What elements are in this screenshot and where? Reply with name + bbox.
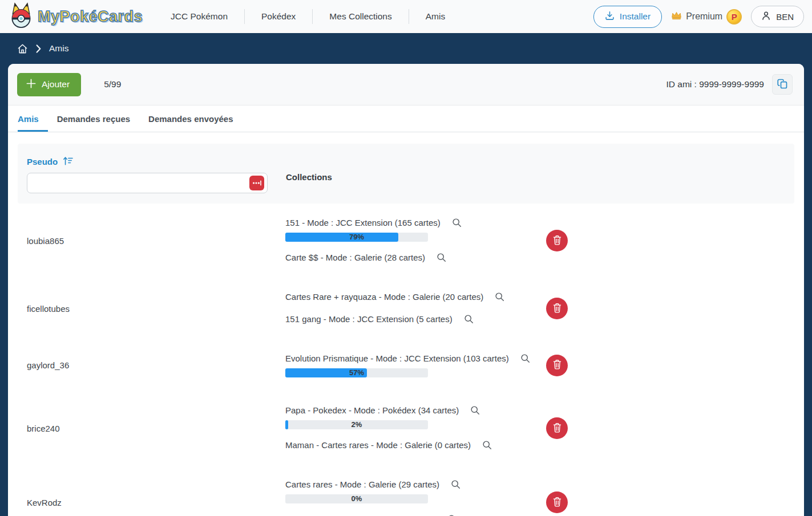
friend-id-group: ID ami : 9999-9999-9999 <box>666 74 793 95</box>
search-filter-button[interactable] <box>249 176 264 190</box>
tab-demandes-envoyees[interactable]: Demandes envoyées <box>148 105 242 132</box>
collection-item: Evolution Prismatique - Mode : JCC Exten… <box>285 353 539 377</box>
trash-icon <box>552 422 562 434</box>
search-icon[interactable] <box>482 440 492 452</box>
user-account-button[interactable]: BEN <box>751 6 804 27</box>
collection-line: 151 - Mode : JCC Extension (165 cartes) <box>285 217 539 229</box>
add-friend-label: Ajouter <box>42 79 70 90</box>
friends-counter: 5/99 <box>104 79 121 90</box>
friends-tabs: Amis Demandes reçues Demandes envoyées <box>8 105 804 132</box>
friends-page-card: Ajouter 5/99 ID ami : 9999-9999-9999 Ami… <box>8 64 804 516</box>
premium-coin-icon: P <box>726 9 742 25</box>
breadcrumb-current-page[interactable]: Amis <box>49 43 68 54</box>
progress-label: 57% <box>285 368 428 377</box>
user-label: BEN <box>776 12 794 22</box>
trash-icon <box>552 359 562 371</box>
friends-table: Pseudo <box>18 144 794 516</box>
collection-progress: 2% <box>285 420 428 429</box>
add-friend-button[interactable]: Ajouter <box>17 73 81 96</box>
sort-ascending-icon <box>63 156 73 167</box>
delete-friend-button[interactable] <box>546 491 568 513</box>
collection-item: 151 gang - Mode : JCC Extension (5 carte… <box>285 314 539 326</box>
trash-icon <box>552 235 562 247</box>
collections-cell: 151 - Mode : JCC Extension (165 cartes) … <box>277 217 539 264</box>
trash-cell <box>546 491 568 513</box>
collection-item: Pokedex - Mode : Pokédex (170 cartes) <box>285 514 539 516</box>
friend-row: gaylord_36 Evolution Prismatique - Mode … <box>18 339 794 391</box>
install-label: Installer <box>620 11 651 22</box>
pseudo-header-label: Pseudo <box>27 157 58 166</box>
navbar-right-cluster: Installer Premium P BEN <box>593 6 804 28</box>
collection-label: 151 - Mode : JCC Extension (165 cartes) <box>285 218 441 227</box>
home-icon[interactable] <box>17 43 28 54</box>
friend-row: KevRodz Cartes rares - Mode : Galerie (2… <box>18 465 794 516</box>
friend-pseudo: loubia865 <box>27 236 277 246</box>
collection-line: Papa - Pokedex - Mode : Pokédex (34 cart… <box>285 405 539 417</box>
search-icon[interactable] <box>470 405 480 417</box>
collection-progress: 57% <box>285 368 428 377</box>
collection-label: Maman - Cartes rares - Mode : Galerie (0… <box>285 440 471 450</box>
collection-label: Carte $$ - Mode : Galerie (28 cartes) <box>285 253 425 262</box>
friend-row: brice240 Papa - Pokedex - Mode : Pokédex… <box>18 391 794 465</box>
nav-item-mes-collections[interactable]: Mes Collections <box>313 11 408 22</box>
premium-link[interactable]: Premium P <box>671 9 742 25</box>
install-button[interactable]: Installer <box>593 6 662 28</box>
collection-item: Cartes Rare + rayquaza - Mode : Galerie … <box>285 291 539 303</box>
trash-cell <box>546 230 568 251</box>
friend-pseudo: KevRodz <box>27 498 277 507</box>
delete-friend-button[interactable] <box>546 230 568 251</box>
main-nav: JCC Pokémon Pokédex Mes Collections Amis <box>154 0 462 33</box>
search-icon[interactable] <box>520 354 530 365</box>
app-logo[interactable]: MyPokéCards <box>9 2 143 31</box>
friend-row: loubia865 151 - Mode : JCC Extension (16… <box>18 204 794 278</box>
pseudo-search-input[interactable] <box>27 173 267 193</box>
pseudo-sort-header[interactable]: Pseudo <box>27 156 277 167</box>
copy-icon <box>777 78 788 91</box>
copy-friend-id-button[interactable] <box>772 74 793 95</box>
progress-label: 79% <box>285 233 428 242</box>
search-icon[interactable] <box>452 218 462 229</box>
delete-friend-button[interactable] <box>546 355 568 376</box>
collection-line: 151 gang - Mode : JCC Extension (5 carte… <box>285 314 539 326</box>
collections-cell: Cartes rares - Mode : Galerie (29 cartes… <box>277 479 539 516</box>
collections-header-label: Collections <box>286 172 332 193</box>
search-icon[interactable] <box>451 480 460 491</box>
collections-cell: Cartes Rare + rayquaza - Mode : Galerie … <box>277 291 539 326</box>
tab-demandes-recues[interactable]: Demandes reçues <box>57 105 139 132</box>
search-icon[interactable] <box>495 292 504 303</box>
collection-item: Papa - Pokedex - Mode : Pokédex (34 cart… <box>285 405 539 429</box>
delete-friend-button[interactable] <box>546 417 568 439</box>
delete-friend-button[interactable] <box>546 298 568 319</box>
collection-progress: 0% <box>285 494 428 503</box>
collection-label: Cartes rares - Mode : Galerie (29 cartes… <box>285 480 439 489</box>
search-icon[interactable] <box>437 253 446 264</box>
friend-pseudo: gaylord_36 <box>27 360 277 370</box>
plus-icon <box>26 79 36 91</box>
nav-item-pokedex[interactable]: Pokédex <box>245 11 312 22</box>
collection-item: Cartes rares - Mode : Galerie (29 cartes… <box>285 479 539 503</box>
filter-dots-icon <box>252 179 261 188</box>
collection-progress: 79% <box>285 233 428 242</box>
trash-icon <box>552 303 562 315</box>
app-title: MyPokéCards <box>38 8 143 26</box>
friend-row: ficellotubes Cartes Rare + rayquaza - Mo… <box>18 278 794 339</box>
pseudo-search-box <box>27 173 268 193</box>
trash-icon <box>552 497 562 509</box>
collection-line: Cartes Rare + rayquaza - Mode : Galerie … <box>285 291 539 303</box>
tab-amis[interactable]: Amis <box>18 105 48 132</box>
nav-item-jcc-pokemon[interactable]: JCC Pokémon <box>154 11 244 22</box>
collection-item: 151 - Mode : JCC Extension (165 cartes) … <box>285 217 539 242</box>
breadcrumb: Amis <box>0 33 812 64</box>
crown-icon <box>671 11 682 23</box>
search-icon[interactable] <box>464 314 474 326</box>
friends-toolbar: Ajouter 5/99 ID ami : 9999-9999-9999 <box>8 64 804 105</box>
collection-item: Maman - Cartes rares - Mode : Galerie (0… <box>285 440 539 452</box>
collection-line: Pokedex - Mode : Pokédex (170 cartes) <box>285 514 539 516</box>
collection-line: Evolution Prismatique - Mode : JCC Exten… <box>285 353 539 365</box>
nav-item-amis[interactable]: Amis <box>409 11 462 22</box>
progress-label: 0% <box>285 494 428 503</box>
chevron-right-icon <box>35 44 42 53</box>
friends-list: loubia865 151 - Mode : JCC Extension (16… <box>18 204 794 516</box>
friend-id-value: 9999-9999-9999 <box>699 79 764 89</box>
pseudo-header-cell: Pseudo <box>27 156 277 193</box>
